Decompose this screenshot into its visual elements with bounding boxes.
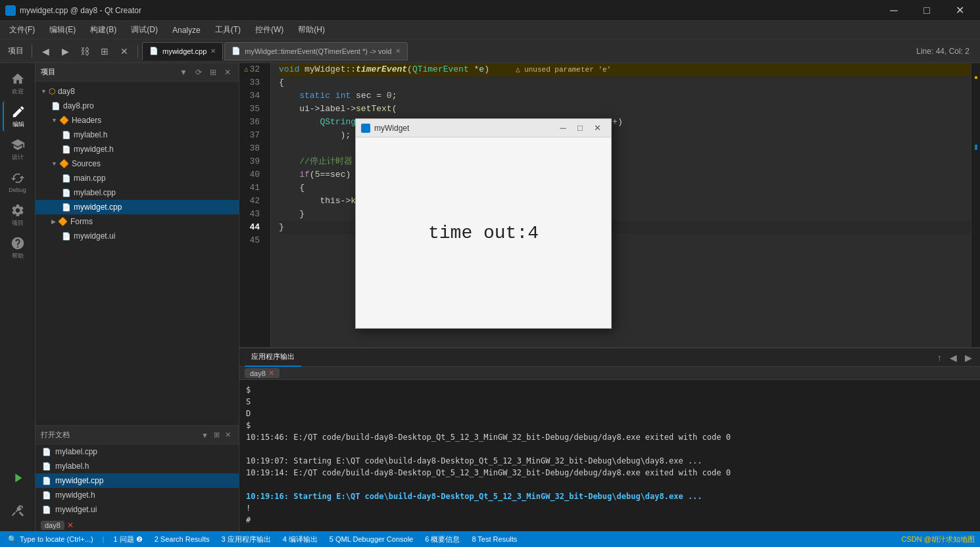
project-panel-header: 项目 ▼ ⟳ ⊞ ✕ [36, 63, 239, 82]
menu-build[interactable]: 构建(B) [84, 22, 123, 38]
toolbar-sep2 [137, 45, 138, 58]
tree-sources[interactable]: ▼ 🔶 Sources [36, 156, 239, 171]
open-docs-title: 打开文档 [41, 430, 199, 440]
tree-mywidget-ui[interactable]: 📄 mywidget.ui [36, 229, 239, 243]
panel-close-btn[interactable]: ✕ [222, 66, 233, 78]
output-nav-back[interactable]: ◀ [947, 351, 960, 364]
float-maximize-btn[interactable]: □ [572, 122, 589, 135]
tree-root[interactable]: ▼ ⬡ day8 [36, 84, 239, 99]
status-compile[interactable]: 4 编译输出 [280, 535, 320, 544]
open-doc-mywidget-h[interactable]: 📄 mywidget.h [36, 488, 239, 502]
open-doc-mywidget-ui[interactable]: 📄 mywidget.ui [36, 502, 239, 517]
line-col-indicator: Line: 44, Col: 2 [916, 47, 976, 56]
tree-forms[interactable]: ▶ 🔶 Forms [36, 214, 239, 229]
editor-scrollbar[interactable] [971, 63, 980, 347]
app-icon [5, 5, 16, 16]
tree-main-cpp[interactable]: 📄 main.cpp [36, 171, 239, 185]
sidebar-design[interactable]: 设计 [3, 134, 33, 164]
output-day8-tab[interactable]: day8 ✕ [245, 368, 280, 378]
tab-mywidget-cpp[interactable]: 📄 mywidget.cpp ✕ [142, 42, 223, 60]
open-doc-day8-tag: day8 ✕ [36, 517, 239, 531]
run-button[interactable] [3, 463, 33, 493]
menu-widgets[interactable]: 控件(W) [249, 22, 290, 38]
open-docs-list: 📄 mylabel.cpp 📄 mylabel.h 📄 mywidget.cpp… [36, 444, 239, 531]
close-all-btn[interactable]: ✕ [115, 42, 134, 60]
status-problems[interactable]: 1 问题 ❷ [110, 535, 145, 544]
status-locate[interactable]: 🔍 Type to locate (Ctrl+...) [5, 535, 96, 544]
output-tab-controls: ↑ ◀ ▶ [935, 351, 975, 364]
my-widget-window: myWidget ─ □ ✕ time out:4 [355, 118, 612, 329]
output-line-7: 10:19:07: Starting E:\QT code\build-day8… [246, 455, 973, 467]
open-docs-split[interactable]: ⊞ [211, 431, 222, 439]
menu-file[interactable]: 文件(F) [3, 22, 41, 38]
open-doc-mylabel-h[interactable]: 📄 mylabel.h [36, 459, 239, 473]
split-btn[interactable]: ⊞ [95, 42, 114, 60]
line-numbers: △32 33 34 35 36 37 38 39 40 41 42 43 44 … [239, 63, 271, 347]
sidebar-edit[interactable]: 编辑 [3, 101, 33, 131]
status-app-output[interactable]: 3 应用程序输出 [218, 535, 273, 544]
output-line-3: D [246, 408, 973, 419]
open-doc-mywidget-cpp[interactable]: 📄 mywidget.cpp [36, 473, 239, 488]
project-tree: ▼ ⬡ day8 📄 day8.pro ▼ 🔶 Headers [36, 82, 239, 425]
warning-marker [975, 76, 977, 79]
build-button[interactable] [3, 496, 33, 526]
output-line-12: # [246, 514, 973, 526]
output-line-1: $ [246, 384, 973, 396]
float-close-btn[interactable]: ✕ [589, 122, 606, 135]
output-line-11: ! [246, 502, 973, 514]
panel-split-btn[interactable]: ⊞ [207, 66, 219, 78]
project-panel-title: 项目 [41, 67, 174, 77]
sidebar-help[interactable]: 帮助 [3, 233, 33, 263]
open-doc-mylabel-cpp[interactable]: 📄 mylabel.cpp [36, 444, 239, 459]
open-docs-close[interactable]: ✕ [222, 431, 233, 439]
status-summary[interactable]: 6 概要信息 [422, 535, 462, 544]
tab-timerevent[interactable]: 📄 myWidget::timerEvent(QTimerEvent *) ->… [224, 42, 408, 60]
status-csdn: CSDN @胡汁求知地图 [902, 535, 975, 544]
tree-mywidget-h[interactable]: 📄 mywidget.h [36, 142, 239, 156]
menu-debug[interactable]: 调试(D) [124, 22, 164, 38]
float-app-icon [361, 124, 370, 133]
tree-day8-pro[interactable]: 📄 day8.pro [36, 99, 239, 113]
open-docs-filter[interactable]: ▼ [199, 431, 211, 439]
output-scroll-top[interactable]: ↑ [935, 351, 944, 364]
sidebar-debug[interactable]: Debug [3, 167, 33, 197]
sidebar-project[interactable]: 项目 [3, 200, 33, 230]
menu-edit[interactable]: 编辑(E) [43, 22, 82, 38]
output-tab-bar: 应用程序输出 ↑ ◀ ▶ [239, 348, 980, 367]
float-title-text: myWidget [374, 124, 554, 133]
toolbar-separator [32, 45, 32, 58]
float-title-bar: myWidget ─ □ ✕ [356, 119, 611, 137]
editor-tabs: 📄 mywidget.cpp ✕ 📄 myWidget::timerEvent(… [142, 39, 976, 63]
nav-fwd-btn[interactable]: ▶ [56, 42, 74, 60]
output-line-4: $ [246, 419, 973, 431]
tree-mylabel-cpp[interactable]: 📄 mylabel.cpp [36, 185, 239, 200]
link-btn[interactable]: ⛓ [76, 42, 94, 60]
current-marker [975, 145, 977, 150]
nav-back-btn[interactable]: ◀ [36, 42, 55, 60]
panel-sync-btn[interactable]: ⟳ [193, 66, 205, 78]
float-minimize-btn[interactable]: ─ [554, 122, 572, 135]
minimize-button[interactable]: ─ [879, 0, 909, 21]
output-content: $ S D $ 10:15:46: E:/QT code/build-day8-… [239, 380, 980, 531]
tree-mylabel-h[interactable]: 📄 mylabel.h [36, 128, 239, 142]
menu-analyze[interactable]: Analyze [166, 23, 207, 37]
tab-close-icon2[interactable]: ✕ [395, 47, 401, 55]
output-nav-fwd[interactable]: ▶ [962, 351, 975, 364]
menu-help[interactable]: 帮助(H) [291, 22, 331, 38]
maximize-button[interactable]: □ [912, 0, 942, 21]
menu-tools[interactable]: 工具(T) [208, 22, 247, 38]
panel-filter-btn[interactable]: ▼ [177, 66, 190, 78]
tree-mywidget-cpp[interactable]: 📄 mywidget.cpp [36, 200, 239, 214]
tab-close-icon[interactable]: ✕ [210, 47, 216, 55]
close-button[interactable]: ✕ [944, 0, 975, 21]
output-tab-app[interactable]: 应用程序输出 [245, 348, 301, 367]
sidebar-welcome[interactable]: 欢迎 [3, 68, 33, 99]
time-out-text: time out:4 [428, 223, 539, 243]
toolbar: 项目 ◀ ▶ ⛓ ⊞ ✕ 📄 mywidget.cpp ✕ 📄 myWidget… [0, 39, 980, 63]
status-test[interactable]: 8 Test Results [469, 535, 520, 543]
output-day8-close[interactable]: ✕ [268, 369, 274, 377]
status-search[interactable]: 2 Search Results [152, 535, 212, 543]
project-panel: 项目 ▼ ⟳ ⊞ ✕ ▼ ⬡ day8 📄 day8.pro [36, 63, 239, 426]
status-qml[interactable]: 5 QML Debugger Console [327, 535, 416, 543]
tree-headers[interactable]: ▼ 🔶 Headers [36, 113, 239, 128]
